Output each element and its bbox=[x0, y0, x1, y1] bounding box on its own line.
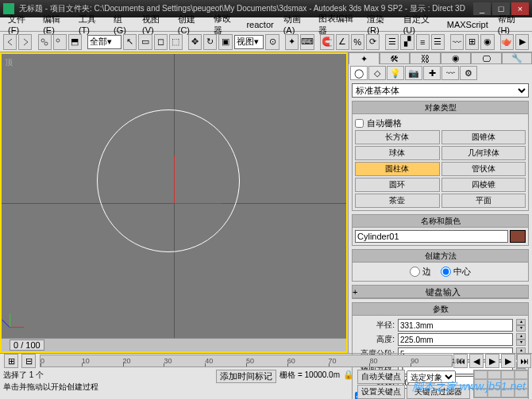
keyboard-shortcut-button[interactable]: ⌨ bbox=[300, 34, 314, 50]
color-swatch[interactable] bbox=[510, 230, 526, 243]
play-button[interactable]: ▶ bbox=[485, 354, 499, 368]
select-rect-button[interactable]: ◻ bbox=[154, 34, 168, 50]
height-spinner[interactable]: ▴▾ bbox=[516, 333, 526, 346]
utilities-tab[interactable]: 🔧 bbox=[502, 52, 533, 64]
timeline-ruler[interactable]: 0102030405060708090100 bbox=[40, 355, 453, 367]
menu-tools[interactable]: 工具(T) bbox=[74, 13, 109, 35]
goto-end-button[interactable]: ⏭ bbox=[517, 354, 531, 368]
render-button[interactable]: ▶ bbox=[515, 34, 529, 50]
timeline-config-button[interactable]: ⊞ bbox=[4, 354, 18, 368]
viewport-scrollbar[interactable]: 0 / 100 bbox=[2, 338, 346, 351]
prev-frame-button[interactable]: ◀ bbox=[469, 354, 484, 368]
geosphere-button[interactable]: 几何球体 bbox=[441, 146, 526, 160]
align-button[interactable]: ≡ bbox=[416, 34, 430, 50]
auto-grid-checkbox[interactable] bbox=[355, 119, 364, 128]
cone-button[interactable]: 圆锥体 bbox=[441, 130, 526, 144]
unlink-button[interactable] bbox=[53, 34, 67, 50]
sphere-button[interactable]: 球体 bbox=[355, 146, 440, 160]
menu-create[interactable]: 创建(C) bbox=[173, 13, 209, 35]
gizmo-y-axis[interactable] bbox=[174, 155, 175, 203]
rollout-keyboard-entry[interactable]: +键盘输入 bbox=[353, 286, 528, 298]
bind-button[interactable]: ⬒ bbox=[68, 34, 82, 50]
move-button[interactable]: ✥ bbox=[188, 34, 202, 50]
shapes-subtab[interactable]: ◇ bbox=[368, 66, 386, 80]
center-radio[interactable] bbox=[441, 267, 451, 277]
tube-button[interactable]: 管状体 bbox=[441, 162, 526, 176]
redo-button[interactable] bbox=[18, 34, 32, 50]
box-button[interactable]: 长方体 bbox=[355, 130, 440, 144]
menu-modifiers[interactable]: 修改器 bbox=[209, 13, 241, 36]
lock-button[interactable]: 🔒 bbox=[343, 370, 354, 380]
edge-radio[interactable] bbox=[410, 267, 420, 277]
select-name-button[interactable]: ▭ bbox=[138, 34, 152, 50]
menu-views[interactable]: 视图(V) bbox=[137, 13, 173, 35]
pyramid-button[interactable]: 四棱锥 bbox=[441, 178, 526, 192]
scale-button[interactable]: ▣ bbox=[218, 34, 232, 50]
gizmo-x-axis[interactable] bbox=[174, 203, 222, 204]
menu-rendering[interactable]: 渲染(R) bbox=[362, 13, 398, 35]
menu-group[interactable]: 组(G) bbox=[109, 13, 137, 35]
teapot-button[interactable]: 茶壶 bbox=[355, 194, 440, 208]
viewport-top[interactable]: 顶 0 / 100 bbox=[0, 52, 348, 353]
timeline-config2-button[interactable]: ⊟ bbox=[21, 354, 36, 368]
rotate-button[interactable]: ↻ bbox=[203, 34, 217, 50]
pivot-button[interactable]: ⊙ bbox=[265, 34, 279, 50]
rollout-name-color[interactable]: 名称和颜色 bbox=[353, 215, 528, 228]
key-filters-button[interactable]: 关键点过滤器 bbox=[407, 385, 470, 399]
cylinder-button[interactable]: 圆柱体 bbox=[355, 162, 440, 176]
percent-snap-button[interactable]: % bbox=[351, 34, 364, 50]
geometry-subtab[interactable]: ◯ bbox=[350, 66, 368, 80]
object-name-input[interactable] bbox=[355, 230, 508, 243]
snap-toggle-button[interactable]: 🧲 bbox=[320, 34, 333, 50]
menu-reactor[interactable]: reactor bbox=[241, 20, 278, 29]
named-selection-button[interactable]: ☰ bbox=[385, 34, 399, 50]
select-button[interactable]: ↖ bbox=[123, 34, 137, 50]
render-scene-button[interactable]: 🫖 bbox=[500, 34, 514, 50]
helpers-subtab[interactable]: ✚ bbox=[423, 66, 441, 80]
minimize-button[interactable]: _ bbox=[473, 2, 491, 15]
link-button[interactable] bbox=[38, 34, 52, 50]
menu-help[interactable]: 帮助(H) bbox=[493, 13, 529, 35]
curve-editor-button[interactable]: 〰 bbox=[450, 34, 464, 50]
rollout-parameters[interactable]: 参数 bbox=[353, 303, 528, 316]
motion-tab[interactable]: ◉ bbox=[441, 52, 472, 64]
spacewarps-subtab[interactable]: 〰 bbox=[441, 66, 459, 80]
selection-filter-dropdown[interactable]: 全部▾ bbox=[87, 35, 121, 49]
radius-input[interactable] bbox=[398, 319, 513, 332]
cameras-subtab[interactable]: 📷 bbox=[405, 66, 422, 80]
spinner-snap-button[interactable]: ⟳ bbox=[366, 34, 380, 50]
auto-key-button[interactable]: 自动关键点 bbox=[357, 370, 405, 384]
modify-tab[interactable]: 🛠 bbox=[380, 52, 411, 64]
menu-file[interactable]: 文件(F) bbox=[3, 13, 38, 35]
menu-edit[interactable]: 编辑(E) bbox=[38, 13, 74, 35]
undo-button[interactable] bbox=[3, 34, 17, 50]
set-key-button[interactable]: 设置关键点 bbox=[357, 385, 405, 399]
menu-maxscript[interactable]: MAXScript bbox=[442, 20, 493, 29]
systems-subtab[interactable]: ⚙ bbox=[460, 66, 477, 80]
rollout-creation-method[interactable]: 创建方法 bbox=[353, 250, 528, 263]
hierarchy-tab[interactable]: ⛓ bbox=[410, 52, 441, 64]
category-dropdown[interactable]: 标准基本体 bbox=[352, 83, 529, 98]
next-frame-button[interactable]: ▶ bbox=[501, 354, 515, 368]
select-window-button[interactable]: ⬚ bbox=[169, 34, 183, 50]
menu-customize[interactable]: 自定义(U) bbox=[399, 13, 442, 35]
material-editor-button[interactable]: ◉ bbox=[480, 34, 494, 50]
menu-animation[interactable]: 动画(A) bbox=[279, 13, 314, 35]
lights-subtab[interactable]: 💡 bbox=[387, 66, 404, 80]
plane-button[interactable]: 平面 bbox=[441, 194, 526, 208]
mirror-button[interactable]: ▞ bbox=[400, 34, 414, 50]
torus-button[interactable]: 圆环 bbox=[355, 178, 440, 192]
radius-spinner[interactable]: ▴▾ bbox=[516, 319, 526, 332]
menu-grapheditors[interactable]: 图表编辑器 bbox=[314, 13, 362, 36]
schematic-button[interactable]: ⊞ bbox=[465, 34, 479, 50]
height-input[interactable] bbox=[398, 333, 513, 346]
angle-snap-button[interactable]: ∠ bbox=[336, 34, 349, 50]
add-time-tag-button[interactable]: 添加时间标记 bbox=[216, 370, 276, 383]
layer-button[interactable]: ☰ bbox=[431, 34, 445, 50]
time-slider-range[interactable]: 0 / 100 bbox=[10, 340, 44, 351]
key-target-dropdown[interactable]: 选定对象 bbox=[407, 370, 456, 383]
display-tab[interactable]: 🖵 bbox=[471, 52, 502, 64]
cylinder-wireframe[interactable] bbox=[97, 109, 240, 252]
create-tab[interactable]: ✦ bbox=[349, 52, 380, 64]
manipulate-button[interactable]: ✦ bbox=[285, 34, 299, 50]
